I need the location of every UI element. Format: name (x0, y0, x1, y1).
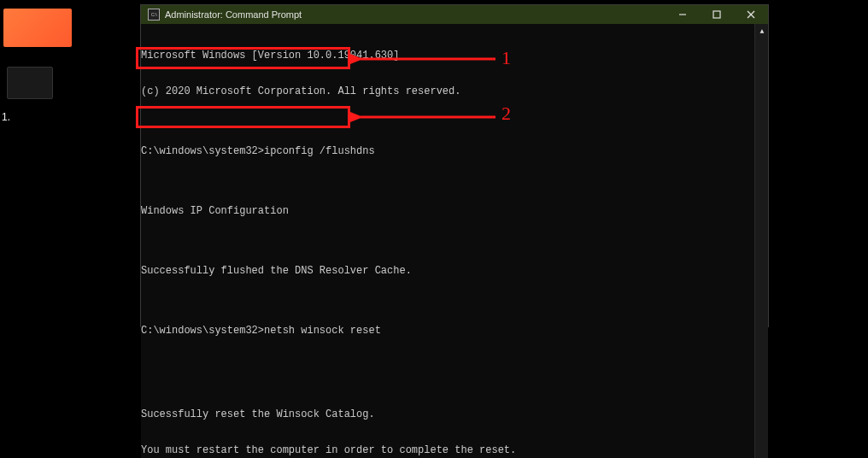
annotation-number-2: 2 (501, 103, 511, 125)
maximize-icon (713, 10, 721, 19)
terminal-line: Sucessfully reset the Winsock Catalog. (141, 408, 754, 420)
cmd-icon: C:\ (148, 9, 160, 21)
thumbnail-image (7, 67, 53, 99)
desktop-thumbnail-2[interactable] (7, 67, 53, 99)
desktop-thumbnail-1[interactable] (3, 9, 72, 50)
terminal-output[interactable]: Microsoft Windows [Version 10.0.19041.63… (141, 24, 754, 458)
minimize-icon (678, 10, 687, 19)
desktop-label-2: 1. (2, 111, 10, 123)
terminal-line: (c) 2020 Microsoft Corporation. All righ… (141, 85, 754, 97)
vertical-scrollbar[interactable]: ▲ ▼ (754, 24, 768, 458)
terminal-line: Microsoft Windows [Version 10.0.19041.63… (141, 50, 754, 62)
command-prompt-window: C:\ Administrator: Command Prompt Micros… (140, 4, 769, 327)
annotation-number-1: 1 (501, 47, 511, 69)
content-area: Microsoft Windows [Version 10.0.19041.63… (141, 24, 768, 458)
terminal-line-command: C:\windows\system32>ipconfig /flushdns (141, 145, 754, 157)
titlebar[interactable]: C:\ Administrator: Command Prompt (141, 5, 768, 24)
scroll-up-arrow-icon[interactable]: ▲ (755, 24, 769, 38)
svg-rect-1 (713, 11, 720, 18)
maximize-button[interactable] (700, 5, 734, 24)
terminal-line: Successfully flushed the DNS Resolver Ca… (141, 265, 754, 277)
thumbnail-image (3, 9, 72, 47)
terminal-line-command: C:\windows\system32>netsh winsock reset (141, 325, 754, 337)
terminal-line: Windows IP Configuration (141, 205, 754, 217)
window-title: Administrator: Command Prompt (165, 9, 666, 20)
terminal-line: You must restart the computer in order t… (141, 444, 754, 456)
minimize-button[interactable] (666, 5, 700, 24)
close-button[interactable] (734, 5, 768, 24)
close-icon (747, 10, 755, 19)
